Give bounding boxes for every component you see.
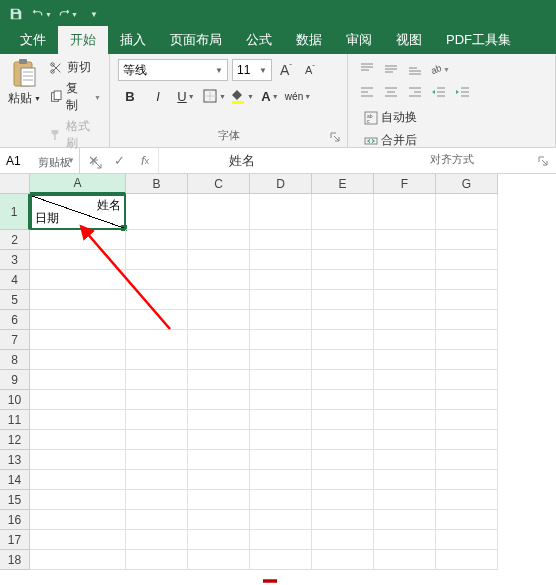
cell[interactable] <box>30 410 126 430</box>
row-header[interactable]: 13 <box>0 450 30 470</box>
tab-insert[interactable]: 插入 <box>108 26 158 54</box>
cell[interactable] <box>30 430 126 450</box>
cell[interactable] <box>126 550 188 570</box>
cell[interactable] <box>312 490 374 510</box>
font-size-combo[interactable]: 11▼ <box>232 59 272 81</box>
cell[interactable] <box>436 350 498 370</box>
cell[interactable] <box>126 510 188 530</box>
cell[interactable] <box>126 490 188 510</box>
cell[interactable] <box>30 510 126 530</box>
cell[interactable] <box>188 450 250 470</box>
row-header[interactable]: 8 <box>0 350 30 370</box>
cell[interactable] <box>30 490 126 510</box>
cell[interactable] <box>126 390 188 410</box>
cell[interactable] <box>374 390 436 410</box>
align-center-button[interactable] <box>380 82 402 102</box>
cell[interactable] <box>188 330 250 350</box>
cell[interactable] <box>436 510 498 530</box>
clipboard-launcher-icon[interactable] <box>91 158 103 170</box>
cell[interactable] <box>250 450 312 470</box>
bold-button[interactable]: B <box>118 85 142 107</box>
cell[interactable] <box>30 310 126 330</box>
cell[interactable] <box>374 230 436 250</box>
cell[interactable] <box>250 430 312 450</box>
cell[interactable] <box>30 230 126 250</box>
row-header[interactable]: 17 <box>0 530 30 550</box>
cell[interactable] <box>30 370 126 390</box>
align-bottom-button[interactable] <box>404 59 426 79</box>
column-header[interactable]: E <box>312 174 374 194</box>
cell[interactable] <box>436 194 498 230</box>
cell[interactable] <box>312 250 374 270</box>
phonetic-button[interactable]: wén▼ <box>286 85 310 107</box>
cell[interactable] <box>30 350 126 370</box>
row-header[interactable]: 2 <box>0 230 30 250</box>
cell[interactable] <box>30 450 126 470</box>
select-all-corner[interactable] <box>0 174 30 194</box>
tab-layout[interactable]: 页面布局 <box>158 26 234 54</box>
cell[interactable] <box>126 370 188 390</box>
customize-qat-button[interactable]: ▼ <box>84 4 104 24</box>
cell[interactable] <box>126 530 188 550</box>
cell[interactable] <box>312 290 374 310</box>
tab-pdf[interactable]: PDF工具集 <box>434 26 523 54</box>
cell[interactable] <box>436 550 498 570</box>
cell[interactable] <box>374 450 436 470</box>
cell[interactable] <box>126 194 188 230</box>
accept-formula-button[interactable]: ✓ <box>106 153 132 168</box>
cell[interactable] <box>250 350 312 370</box>
cell[interactable] <box>30 530 126 550</box>
cell[interactable] <box>126 290 188 310</box>
cell[interactable] <box>30 390 126 410</box>
cell[interactable] <box>374 370 436 390</box>
cell[interactable] <box>312 530 374 550</box>
increase-indent-button[interactable] <box>452 82 474 102</box>
font-color-button[interactable]: A ▼ <box>258 85 282 107</box>
cell[interactable] <box>312 230 374 250</box>
fx-button[interactable]: fx <box>132 153 158 168</box>
cell[interactable] <box>188 250 250 270</box>
cell[interactable] <box>312 310 374 330</box>
cell[interactable] <box>374 510 436 530</box>
cell[interactable] <box>30 330 126 350</box>
cell[interactable] <box>312 470 374 490</box>
cell[interactable] <box>188 230 250 250</box>
name-box[interactable]: A1 ▼ <box>0 148 80 173</box>
cell[interactable] <box>374 330 436 350</box>
cell[interactable] <box>250 490 312 510</box>
cell[interactable] <box>126 230 188 250</box>
cell[interactable] <box>30 250 126 270</box>
italic-button[interactable]: I <box>146 85 170 107</box>
align-left-button[interactable] <box>356 82 378 102</box>
font-launcher-icon[interactable] <box>329 131 341 143</box>
cell[interactable] <box>374 490 436 510</box>
cell[interactable] <box>126 250 188 270</box>
cell[interactable] <box>30 290 126 310</box>
row-header[interactable]: 7 <box>0 330 30 350</box>
row-header[interactable]: 5 <box>0 290 30 310</box>
cell[interactable] <box>188 510 250 530</box>
cell[interactable] <box>188 390 250 410</box>
column-header[interactable]: B <box>126 174 188 194</box>
cell[interactable] <box>436 450 498 470</box>
cell[interactable] <box>312 550 374 570</box>
row-header[interactable]: 14 <box>0 470 30 490</box>
column-header[interactable]: D <box>250 174 312 194</box>
undo-button[interactable]: ▼ <box>32 4 52 24</box>
decrease-indent-button[interactable] <box>428 82 450 102</box>
cell[interactable] <box>436 410 498 430</box>
cell[interactable] <box>188 490 250 510</box>
cell[interactable] <box>126 430 188 450</box>
cell[interactable] <box>188 194 250 230</box>
cell[interactable] <box>126 470 188 490</box>
cell[interactable] <box>312 450 374 470</box>
cell[interactable] <box>250 330 312 350</box>
cell[interactable] <box>188 370 250 390</box>
row-header[interactable]: 10 <box>0 390 30 410</box>
cell[interactable] <box>188 430 250 450</box>
tab-file[interactable]: 文件 <box>8 26 58 54</box>
cell[interactable] <box>250 230 312 250</box>
row-header[interactable]: 16 <box>0 510 30 530</box>
cell[interactable] <box>30 470 126 490</box>
cell[interactable] <box>126 330 188 350</box>
